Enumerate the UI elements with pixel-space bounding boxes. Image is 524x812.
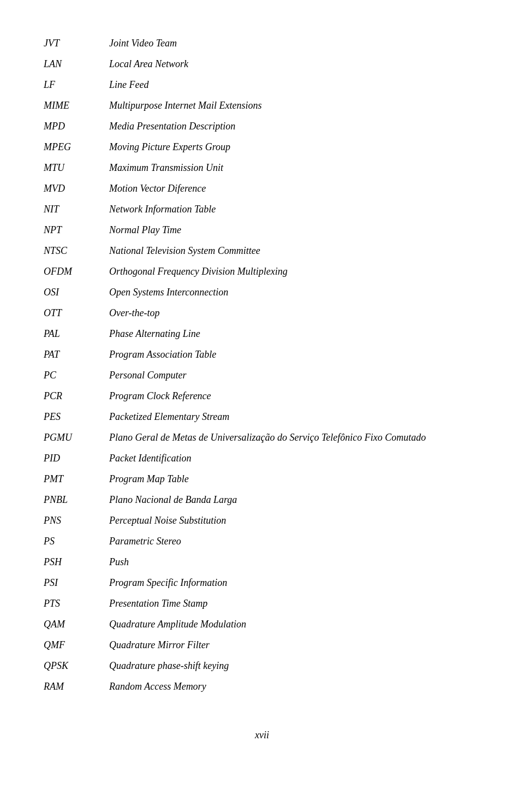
acronym-abbr: PTS — [44, 593, 109, 614]
acronym-abbr: JVT — [44, 33, 109, 54]
table-row: PSIProgram Specific Information — [44, 572, 480, 593]
acronym-abbr: PSH — [44, 552, 109, 572]
table-row: PIDPacket Identification — [44, 448, 480, 469]
acronym-abbr: PCR — [44, 386, 109, 406]
table-row: PCRProgram Clock Reference — [44, 386, 480, 406]
acronym-definition: Plano Nacional de Banda Larga — [109, 489, 480, 510]
table-row: PGMUPlano Geral de Metas de Universaliza… — [44, 427, 480, 448]
acronym-abbr: LF — [44, 74, 109, 95]
table-row: PNSPerceptual Noise Substitution — [44, 510, 480, 531]
acronym-definition: Program Clock Reference — [109, 386, 480, 406]
acronym-abbr: MPD — [44, 116, 109, 137]
table-row: MPDMedia Presentation Description — [44, 116, 480, 137]
table-row: PALPhase Alternating Line — [44, 323, 480, 344]
acronym-definition: Orthogonal Frequency Division Multiplexi… — [109, 261, 480, 282]
table-row: PNBLPlano Nacional de Banda Larga — [44, 489, 480, 510]
table-row: PESPacketized Elementary Stream — [44, 406, 480, 427]
acronym-abbr: PC — [44, 365, 109, 386]
table-row: OFDMOrthogonal Frequency Division Multip… — [44, 261, 480, 282]
acronym-abbr: NIT — [44, 199, 109, 220]
acronym-abbr: MTU — [44, 157, 109, 178]
acronym-definition: Moving Picture Experts Group — [109, 137, 480, 157]
acronym-abbr: OSI — [44, 282, 109, 303]
acronym-abbr: LAN — [44, 54, 109, 74]
acronym-definition: Program Specific Information — [109, 572, 480, 593]
table-row: MIMEMultipurpose Internet Mail Extension… — [44, 95, 480, 116]
acronym-abbr: PES — [44, 406, 109, 427]
table-row: PATProgram Association Table — [44, 344, 480, 365]
table-row: MTUMaximum Transmission Unit — [44, 157, 480, 178]
acronym-definition: Packetized Elementary Stream — [109, 406, 480, 427]
table-row: OSIOpen Systems Interconnection — [44, 282, 480, 303]
acronym-abbr: OTT — [44, 303, 109, 323]
acronym-abbr: PID — [44, 448, 109, 469]
acronym-definition: Media Presentation Description — [109, 116, 480, 137]
page-number: xvii — [255, 730, 269, 740]
acronym-abbr: PGMU — [44, 427, 109, 448]
table-row: NITNetwork Information Table — [44, 199, 480, 220]
acronym-abbr: PNS — [44, 510, 109, 531]
acronym-abbr: QAM — [44, 614, 109, 635]
acronym-abbr: PMT — [44, 469, 109, 489]
table-row: LFLine Feed — [44, 74, 480, 95]
acronym-definition: National Television System Committee — [109, 240, 480, 261]
table-row: RAMRandom Access Memory — [44, 676, 480, 697]
acronym-definition: Presentation Time Stamp — [109, 593, 480, 614]
table-row: PTSPresentation Time Stamp — [44, 593, 480, 614]
acronym-abbr: MPEG — [44, 137, 109, 157]
table-row: LANLocal Area Network — [44, 54, 480, 74]
acronym-definition: Network Information Table — [109, 199, 480, 220]
table-row: JVTJoint Video Team — [44, 33, 480, 54]
table-row: MPEGMoving Picture Experts Group — [44, 137, 480, 157]
acronym-definition: Perceptual Noise Substitution — [109, 510, 480, 531]
table-row: QMFQuadrature Mirror Filter — [44, 635, 480, 655]
acronym-definition: Program Map Table — [109, 469, 480, 489]
page-footer: xvii — [44, 730, 480, 741]
acronym-abbr: PAT — [44, 344, 109, 365]
acronym-abbr: NTSC — [44, 240, 109, 261]
acronym-abbr: QPSK — [44, 655, 109, 676]
acronym-abbr: NPT — [44, 220, 109, 240]
acronym-abbr: PNBL — [44, 489, 109, 510]
acronym-definition: Normal Play Time — [109, 220, 480, 240]
acronym-abbr: MIME — [44, 95, 109, 116]
acronym-abbr: QMF — [44, 635, 109, 655]
acronym-abbr: OFDM — [44, 261, 109, 282]
acronym-definition: Multipurpose Internet Mail Extensions — [109, 95, 480, 116]
table-row: PMTProgram Map Table — [44, 469, 480, 489]
acronym-definition: Phase Alternating Line — [109, 323, 480, 344]
table-row: PSHPush — [44, 552, 480, 572]
acronym-abbr: PSI — [44, 572, 109, 593]
acronym-abbr: PAL — [44, 323, 109, 344]
acronym-abbr: RAM — [44, 676, 109, 697]
acronym-definition: Quadrature Amplitude Modulation — [109, 614, 480, 635]
acronym-definition: Personal Computer — [109, 365, 480, 386]
table-row: NTSCNational Television System Committee — [44, 240, 480, 261]
acronym-definition: Parametric Stereo — [109, 531, 480, 552]
acronym-definition: Quadrature Mirror Filter — [109, 635, 480, 655]
table-row: PSParametric Stereo — [44, 531, 480, 552]
acronym-abbr: PS — [44, 531, 109, 552]
table-row: NPTNormal Play Time — [44, 220, 480, 240]
acronym-definition: Joint Video Team — [109, 33, 480, 54]
table-row: QPSKQuadrature phase-shift keying — [44, 655, 480, 676]
acronym-definition: Maximum Transmission Unit — [109, 157, 480, 178]
acronym-definition: Plano Geral de Metas de Universalização … — [109, 427, 480, 448]
table-row: QAMQuadrature Amplitude Modulation — [44, 614, 480, 635]
acronym-abbr: MVD — [44, 178, 109, 199]
acronym-definition: Over-the-top — [109, 303, 480, 323]
acronym-definition: Packet Identification — [109, 448, 480, 469]
acronym-definition: Open Systems Interconnection — [109, 282, 480, 303]
table-row: OTTOver-the-top — [44, 303, 480, 323]
table-row: MVDMotion Vector Diference — [44, 178, 480, 199]
acronym-definition: Quadrature phase-shift keying — [109, 655, 480, 676]
acronym-definition: Push — [109, 552, 480, 572]
acronym-table: JVTJoint Video TeamLANLocal Area Network… — [44, 33, 480, 697]
acronym-definition: Motion Vector Diference — [109, 178, 480, 199]
acronym-definition: Random Access Memory — [109, 676, 480, 697]
acronym-definition: Program Association Table — [109, 344, 480, 365]
table-row: PCPersonal Computer — [44, 365, 480, 386]
acronym-definition: Line Feed — [109, 74, 480, 95]
acronym-definition: Local Area Network — [109, 54, 480, 74]
